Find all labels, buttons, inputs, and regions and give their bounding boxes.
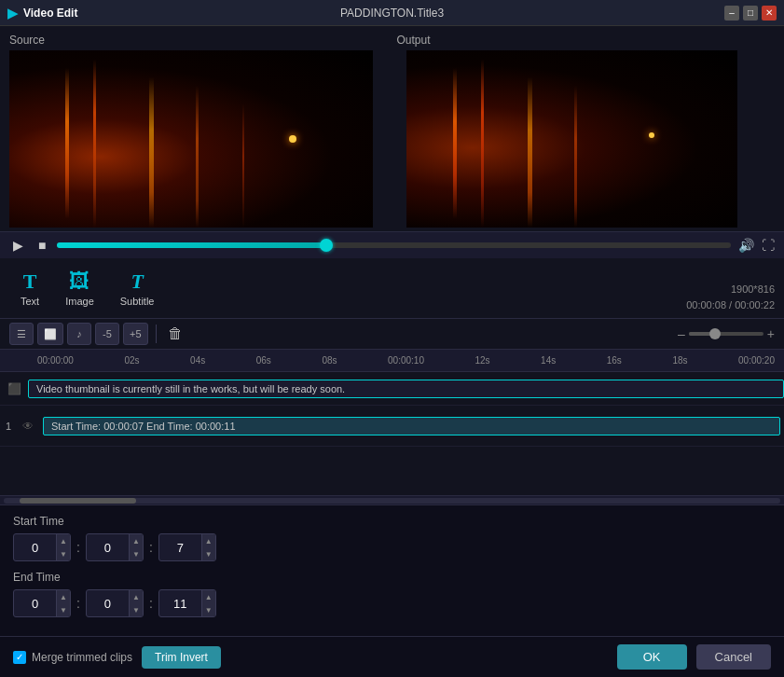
merge-checkbox[interactable]: ✓ Merge trimmed clips bbox=[13, 651, 132, 664]
end-min-btns: ▲ ▼ bbox=[129, 590, 143, 616]
toolbar-sep1 bbox=[156, 325, 157, 343]
start-hour-spinner[interactable]: 0 ▲ ▼ bbox=[13, 533, 71, 561]
resolution-info: 1900*816 00:00:08 / 00:00:22 bbox=[686, 282, 775, 312]
start-min-val: 0 bbox=[87, 541, 129, 555]
end-hour-spinner[interactable]: 0 ▲ ▼ bbox=[13, 589, 71, 617]
start-min-spinner[interactable]: 0 ▲ ▼ bbox=[86, 533, 144, 561]
subtitle-tool-button[interactable]: T Subtitle bbox=[109, 264, 166, 312]
start-hour-up[interactable]: ▲ bbox=[57, 534, 70, 547]
subtitle-numbering[interactable]: 1 bbox=[0, 421, 17, 432]
start-hour-val: 0 bbox=[14, 541, 56, 555]
end-min-down[interactable]: ▼ bbox=[130, 603, 143, 616]
delete-button[interactable]: 🗑 bbox=[164, 324, 186, 344]
timeline-toolbar: ☰ ⬜ ♪ -5 +5 🗑 – + bbox=[0, 319, 784, 350]
edit-toolbar: T Text 🖼 Image T Subtitle 1900*816 00:00… bbox=[0, 258, 784, 319]
trash-icon: 🗑 bbox=[168, 325, 183, 341]
stop-button[interactable]: ■ bbox=[34, 236, 49, 255]
film-icon: ☰ bbox=[17, 328, 26, 340]
main-content: Source Output bbox=[0, 26, 784, 677]
subtitle-track-row: 1 👁 Start Time: 00:00:07 End Time: 00:00… bbox=[0, 406, 784, 447]
eye-toggle[interactable]: 👁 bbox=[17, 420, 39, 433]
h-scrollbar[interactable] bbox=[0, 495, 784, 504]
subtitle-info-bar: Start Time: 00:00:07 End Time: 00:00:11 bbox=[43, 417, 780, 435]
zoom-slider-fill bbox=[689, 332, 711, 336]
h-scroll-thumb bbox=[20, 498, 136, 504]
resolution: 1900*816 bbox=[686, 282, 775, 297]
end-sec-down[interactable]: ▼ bbox=[202, 603, 215, 616]
notification-track: Video thumbnail is currently still in th… bbox=[28, 376, 784, 402]
output-preview: Output bbox=[388, 34, 776, 228]
source-video-frame bbox=[9, 50, 373, 228]
o-streak2 bbox=[481, 50, 484, 228]
streak3 bbox=[149, 50, 154, 228]
start-min-down[interactable]: ▼ bbox=[130, 547, 143, 560]
start-hour-down[interactable]: ▼ bbox=[57, 547, 70, 560]
end-sec-btns: ▲ ▼ bbox=[201, 590, 215, 616]
maximize-button[interactable]: □ bbox=[743, 6, 758, 21]
text-tool-button[interactable]: T Text bbox=[9, 264, 50, 312]
notification-bar: Video thumbnail is currently still in th… bbox=[28, 380, 784, 398]
timeline-ruler: 00:00:00 02s 04s 06s 08s 00:00:10 12s 14… bbox=[0, 350, 784, 372]
play-button[interactable]: ▶ bbox=[9, 236, 27, 255]
start-hour-btns: ▲ ▼ bbox=[56, 534, 70, 560]
h-scroll-track[interactable] bbox=[4, 498, 780, 504]
ruler-mark-1: 02s bbox=[124, 355, 139, 366]
subtitle-tool-label: Subtitle bbox=[120, 296, 155, 307]
minimize-button[interactable]: – bbox=[724, 6, 739, 21]
film-button[interactable]: ☰ bbox=[9, 323, 34, 345]
ruler-mark-10: 00:00:20 bbox=[738, 355, 775, 366]
plus5-button[interactable]: +5 bbox=[123, 323, 148, 345]
zoom-thumb bbox=[709, 328, 721, 339]
video-track-icon: ⬛ bbox=[0, 382, 28, 395]
streak5 bbox=[242, 50, 244, 228]
zoom-control: – + bbox=[678, 326, 775, 341]
streak2 bbox=[93, 50, 96, 228]
progress-bar[interactable] bbox=[57, 242, 731, 248]
ruler-mark-4: 08s bbox=[322, 355, 337, 366]
bottom-bar: ✓ Merge trimmed clips Trim Invert OK Can… bbox=[0, 636, 784, 677]
audio-button[interactable]: ♪ bbox=[67, 323, 91, 345]
ruler-mark-2: 04s bbox=[190, 355, 205, 366]
text-tool-label: Text bbox=[21, 296, 39, 307]
end-min-spinner[interactable]: 0 ▲ ▼ bbox=[86, 589, 144, 617]
zoom-in-icon[interactable]: + bbox=[767, 326, 775, 341]
start-sec-down[interactable]: ▼ bbox=[202, 547, 215, 560]
end-hour-down[interactable]: ▼ bbox=[57, 603, 70, 616]
image-tool-label: Image bbox=[65, 296, 94, 307]
ok-button[interactable]: OK bbox=[617, 644, 687, 670]
trim-invert-button[interactable]: Trim Invert bbox=[142, 646, 221, 669]
cancel-button[interactable]: Cancel bbox=[696, 644, 771, 670]
ruler-mark-7: 14s bbox=[541, 355, 556, 366]
start-sec-spinner[interactable]: 7 ▲ ▼ bbox=[158, 533, 216, 561]
o-streak3 bbox=[528, 50, 532, 228]
film-track-icon: ⬛ bbox=[7, 382, 21, 395]
source-video-content bbox=[9, 50, 373, 228]
end-min-up[interactable]: ▲ bbox=[130, 590, 143, 603]
crop-button[interactable]: ⬜ bbox=[37, 323, 63, 345]
timecode: 00:00:08 / 00:00:22 bbox=[686, 297, 775, 313]
end-sec-up[interactable]: ▲ bbox=[202, 590, 215, 603]
progress-fill bbox=[57, 242, 326, 248]
fullscreen-icon[interactable]: ⛶ bbox=[762, 238, 775, 253]
zoom-out-icon[interactable]: – bbox=[678, 326, 685, 341]
ruler-marks: 00:00:00 02s 04s 06s 08s 00:00:10 12s 14… bbox=[37, 355, 775, 366]
colon4: : bbox=[147, 596, 155, 611]
start-min-up[interactable]: ▲ bbox=[130, 534, 143, 547]
subtitle-track-content: Start Time: 00:00:07 End Time: 00:00:11 bbox=[39, 413, 784, 439]
end-sec-spinner[interactable]: 11 ▲ ▼ bbox=[158, 589, 216, 617]
end-min-val: 0 bbox=[87, 597, 129, 611]
output-video-frame bbox=[406, 50, 737, 228]
image-tool-button[interactable]: 🖼 Image bbox=[54, 264, 105, 312]
start-sec-up[interactable]: ▲ bbox=[202, 534, 215, 547]
video-bg bbox=[9, 50, 373, 228]
close-button[interactable]: ✕ bbox=[762, 6, 777, 21]
app-title-section: ▶ Video Edit bbox=[7, 6, 77, 21]
volume-icon[interactable]: 🔊 bbox=[738, 238, 754, 253]
ruler-mark-3: 06s bbox=[256, 355, 271, 366]
zoom-slider[interactable] bbox=[689, 332, 763, 336]
minus5-button[interactable]: -5 bbox=[95, 323, 119, 345]
end-hour-up[interactable]: ▲ bbox=[57, 590, 70, 603]
streak4 bbox=[196, 50, 199, 228]
start-min-btns: ▲ ▼ bbox=[129, 534, 143, 560]
text-tool-icon: T bbox=[23, 269, 37, 294]
